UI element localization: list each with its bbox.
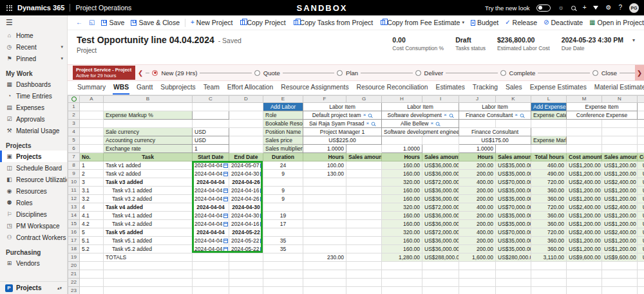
cell-J12[interactable]: 200.00	[459, 195, 496, 203]
cell-B14[interactable]: Task v4.1 added	[104, 212, 193, 220]
cell-H2[interactable]: Software development×	[382, 111, 459, 120]
sidebar-item-pinned[interactable]: ⚑Pinned▾	[0, 53, 67, 64]
cell-K21[interactable]	[496, 270, 531, 279]
cell-F19[interactable]: 230.00	[303, 253, 346, 262]
calendar-icon[interactable]	[223, 163, 228, 168]
col-header-H[interactable]: H	[382, 96, 422, 103]
cell-J14[interactable]: 200.00	[459, 212, 496, 220]
cell-G12[interactable]	[346, 195, 382, 203]
cell-A19[interactable]	[80, 253, 104, 262]
cell-G20[interactable]	[346, 262, 382, 270]
cell-M4[interactable]	[567, 128, 602, 136]
cell-C18[interactable]: 2024-04-04	[193, 245, 229, 253]
cell-B4[interactable]: Sale currency	[104, 128, 193, 136]
cell-C20[interactable]	[193, 262, 229, 270]
sidebar-item-resource-utilization[interactable]: ◧Resource Utilization	[0, 174, 67, 185]
cell-O9[interactable]: US$1,2	[638, 170, 644, 178]
cell-D7[interactable]: End Date	[229, 153, 263, 161]
cell-M19[interactable]: US$9,600.00	[567, 253, 602, 262]
cell-M9[interactable]: US$1,200.00	[567, 170, 602, 178]
chevron-left-icon[interactable]: ❮	[138, 69, 143, 77]
cell-C5[interactable]: USD	[193, 136, 229, 145]
cell-N10[interactable]: US$2,400.00	[602, 178, 638, 187]
cell-G9[interactable]	[346, 170, 382, 178]
lookup-search-icon[interactable]	[368, 113, 372, 117]
cell-L12[interactable]: 360.00	[531, 195, 567, 203]
cell-O4[interactable]	[638, 128, 644, 136]
cell-F4[interactable]: Project Manager 1	[303, 128, 382, 136]
cell-N8[interactable]: US$1,200.00	[602, 161, 638, 170]
col-header-C[interactable]: C	[193, 96, 229, 103]
avatar[interactable]: PG	[629, 3, 639, 13]
cell-I11[interactable]: US$36,000.00	[422, 187, 459, 195]
cell-N22[interactable]	[602, 279, 638, 287]
calendar-icon[interactable]	[260, 172, 263, 176]
cell-M18[interactable]: US$1,200.00	[567, 245, 602, 253]
cell-D19[interactable]	[229, 253, 263, 262]
cell-I23[interactable]	[422, 287, 459, 294]
cell-E2[interactable]: Role	[263, 111, 303, 120]
tab-expense-estimates[interactable]: Expense Estimates	[529, 81, 587, 95]
sidebar-item-disciplines[interactable]: ⚐Disciplines	[0, 208, 67, 220]
sidebar-item-recent[interactable]: ◷Recent▾	[0, 41, 67, 53]
cell-I9[interactable]: US$36,000.00	[422, 170, 459, 178]
col-header-O[interactable]: O	[638, 96, 644, 103]
cell-M14[interactable]: US$1,200.00	[567, 212, 602, 220]
sidebar-item-roles[interactable]: ⚉Roles	[0, 197, 67, 208]
row-header-11[interactable]: 11	[68, 187, 80, 195]
cell-E5[interactable]: Sales price	[263, 136, 303, 145]
cell-F11[interactable]	[303, 187, 346, 195]
clear-icon[interactable]: ×	[430, 120, 433, 127]
tab-estimates[interactable]: Estimates	[435, 81, 466, 95]
cell-G15[interactable]	[346, 220, 382, 228]
cell-J15[interactable]: 200.00	[459, 220, 496, 228]
sidebar-item-dashboards[interactable]: ▦Dashboards	[0, 78, 67, 90]
cmd-new-project[interactable]: +New Project	[187, 16, 236, 29]
cell-A23[interactable]	[80, 287, 104, 294]
cell-K12[interactable]: US$35,000.00	[496, 195, 531, 203]
cell-F2[interactable]: Default project team×	[303, 111, 382, 120]
cell-N18[interactable]: US$1,200.00	[602, 245, 638, 253]
row-header-14[interactable]: 14	[68, 212, 80, 220]
cell-A12[interactable]: 3.2	[80, 195, 104, 203]
cell-B11[interactable]: Task v3.1 added	[104, 187, 193, 195]
clear-icon[interactable]: ×	[515, 111, 518, 119]
bpf-stage-deliver[interactable]: Deliver	[413, 69, 446, 77]
calendar-icon[interactable]	[223, 197, 228, 201]
cell-H10[interactable]: 320.00	[382, 178, 422, 187]
calendar-icon[interactable]	[223, 214, 228, 218]
cell-B21[interactable]	[104, 270, 193, 279]
cell-A5[interactable]	[80, 136, 104, 145]
cell-M15[interactable]: US$1,200.00	[567, 220, 602, 228]
cmd-copy-from-fee-estimate[interactable]: Copy from Fee Estimate▾	[376, 16, 468, 29]
cell-J4[interactable]: Finance Consultant	[459, 128, 531, 136]
cell-E18[interactable]: 35	[263, 245, 303, 253]
col-header-K[interactable]: K	[496, 96, 531, 103]
cell-D12[interactable]: 2024-04-26	[229, 195, 263, 203]
cell-F23[interactable]	[303, 287, 346, 294]
cell-L3[interactable]	[531, 120, 567, 128]
cell-E14[interactable]: 19	[263, 212, 303, 220]
cell-A21[interactable]	[80, 270, 104, 279]
cell-H12[interactable]: 160.00	[382, 195, 422, 203]
cell-K6[interactable]	[496, 145, 531, 153]
cell-C6[interactable]: 1	[193, 145, 229, 153]
cell-N13[interactable]: US$2,400.00	[602, 203, 638, 212]
cell-A13[interactable]: 4	[80, 203, 104, 212]
cell-A14[interactable]: 4.1	[80, 212, 104, 220]
cmd-save-close[interactable]: Save & Close	[128, 16, 183, 29]
sidebar-item-resources[interactable]: ◉Resources	[0, 185, 67, 197]
cell-J5[interactable]: US$175.00	[459, 136, 531, 145]
cell-C21[interactable]	[193, 270, 229, 279]
cell-H4[interactable]: Software development engineer	[382, 128, 459, 136]
row-header-13[interactable]: 13	[68, 203, 80, 212]
cell-N4[interactable]	[602, 128, 638, 136]
calendar-icon[interactable]	[223, 247, 228, 252]
cell-F9[interactable]: 130.00	[303, 170, 346, 178]
cell-C2[interactable]	[193, 111, 229, 120]
cell-A17[interactable]: 5.1	[80, 237, 104, 245]
area-switcher[interactable]: P Projects ▴▾	[0, 281, 67, 294]
cell-O10[interactable]: US$2,4	[638, 178, 644, 187]
cell-B9[interactable]: Task v2 added	[104, 170, 193, 178]
cell-D23[interactable]	[229, 287, 263, 294]
